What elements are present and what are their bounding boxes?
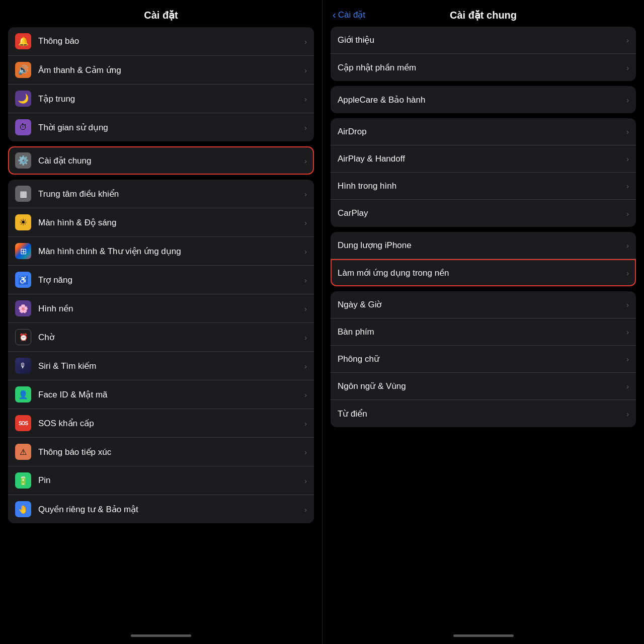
sidebar-item-thoi-gian[interactable]: ⏱ Thời gian sử dụng › [8, 113, 314, 141]
chevron-icon: › [304, 276, 307, 284]
hinh-nen-label: Hình nền [38, 303, 304, 314]
right-item-ngay-gio[interactable]: Ngày & Giờ › [331, 291, 636, 318]
sidebar-item-siri[interactable]: 🎙 Siri & Tìm kiếm › [8, 352, 314, 380]
right-item-applecare[interactable]: AppleCare & Bảo hành › [331, 86, 636, 113]
ban-phim-label: Bàn phím [338, 327, 626, 337]
sidebar-item-tap-trung[interactable]: 🌙 Tập trung › [8, 85, 314, 113]
pin-icon: 🔋 [15, 472, 31, 489]
chevron-icon: › [626, 269, 629, 277]
right-group-3: AirDrop › AirPlay & Handoff › Hình trong… [331, 118, 636, 227]
sidebar-item-thong-bao[interactable]: 🔔 Thông báo › [8, 27, 314, 56]
chevron-icon: › [626, 241, 629, 250]
hinh-trong-hinh-label: Hình trong hình [338, 181, 626, 191]
chevron-icon: › [626, 382, 629, 390]
chevron-icon: › [626, 300, 629, 309]
am-thanh-icon: 🔊 [15, 62, 31, 78]
right-item-hinh-trong-hinh[interactable]: Hình trong hình › [331, 173, 636, 200]
right-home-bar [453, 634, 514, 637]
right-item-ngon-ngu[interactable]: Ngôn ngữ & Vùng › [331, 373, 636, 400]
right-item-dung-luong[interactable]: Dung lượng iPhone › [331, 232, 636, 259]
chevron-icon: › [626, 96, 629, 104]
back-button[interactable]: ‹ Cài đặt [333, 9, 365, 21]
man-hinh-label: Màn hình & Độ sáng [38, 217, 304, 228]
right-item-gioi-thieu[interactable]: Giới thiệu › [331, 27, 636, 54]
cai-dat-chung-icon: ⚙️ [15, 152, 31, 169]
right-item-airdrop[interactable]: AirDrop › [331, 118, 636, 145]
lam-moi-label: Làm mới ứng dụng trong nền [338, 268, 626, 278]
sidebar-item-pin[interactable]: 🔋 Pin › [8, 466, 314, 495]
right-header: ‹ Cài đặt Cài đặt chung [323, 0, 644, 27]
back-label: Cài đặt [338, 10, 365, 20]
back-chevron-icon: ‹ [333, 9, 336, 21]
right-item-cap-nhat[interactable]: Cập nhật phần mềm › [331, 54, 636, 81]
gioi-thieu-label: Giới thiệu [338, 35, 626, 45]
sidebar-item-am-thanh[interactable]: 🔊 Âm thanh & Cảm ứng › [8, 56, 314, 85]
chevron-icon: › [304, 304, 307, 313]
sos-label: SOS khẩn cấp [38, 418, 304, 429]
chevron-icon: › [304, 476, 307, 485]
chevron-icon: › [626, 127, 629, 136]
ngon-ngu-label: Ngôn ngữ & Vùng [338, 381, 626, 391]
sidebar-item-tro-nang[interactable]: ♿ Trợ năng › [8, 266, 314, 294]
hinh-nen-icon: 🌸 [15, 300, 31, 316]
left-panel: Cài đặt 🔔 Thông báo › 🔊 Âm thanh & Cảm ứ… [0, 0, 322, 644]
cho-label: Chờ [38, 332, 304, 343]
thong-bao-tiep-xuc-label: Thông báo tiếp xúc [38, 447, 304, 457]
settings-group-2: ⚙️ Cài đặt chung › [8, 146, 314, 175]
chevron-icon: › [304, 95, 307, 103]
man-hinh-chinh-label: Màn hình chính & Thư viện ứng dụng [38, 246, 304, 257]
chevron-icon: › [626, 328, 629, 336]
right-item-lam-moi[interactable]: Làm mới ứng dụng trong nền › [331, 259, 636, 286]
right-settings-list: Giới thiệu › Cập nhật phần mềm › AppleCa… [323, 27, 644, 627]
right-panel: ‹ Cài đặt Cài đặt chung Giới thiệu › Cập… [322, 0, 644, 644]
chevron-icon: › [626, 209, 629, 218]
sos-icon: SOS [15, 415, 31, 431]
chevron-icon: › [626, 154, 629, 163]
applecare-label: AppleCare & Bảo hành [338, 95, 626, 105]
right-item-ban-phim[interactable]: Bàn phím › [331, 318, 636, 346]
left-settings-list: 🔔 Thông báo › 🔊 Âm thanh & Cảm ứng › 🌙 T… [0, 27, 322, 627]
cai-dat-chung-label: Cài đặt chung [38, 155, 304, 166]
sidebar-item-quyen-rieng-tu[interactable]: 🤚 Quyền riêng tư & Bảo mật › [8, 495, 314, 523]
chevron-icon: › [304, 448, 307, 456]
trung-tam-icon: ▦ [15, 186, 31, 202]
sidebar-item-hinh-nen[interactable]: 🌸 Hình nền › [8, 294, 314, 323]
right-item-carplay[interactable]: CarPlay › [331, 200, 636, 227]
sidebar-item-trung-tam[interactable]: ▦ Trung tâm điều khiển › [8, 180, 314, 208]
trung-tam-label: Trung tâm điều khiển [38, 189, 304, 199]
sidebar-item-sos[interactable]: SOS SOS khẩn cấp › [8, 409, 314, 438]
thoi-gian-icon: ⏱ [15, 119, 31, 135]
sidebar-item-face-id[interactable]: 👤 Face ID & Mật mã › [8, 380, 314, 409]
sidebar-item-cai-dat-chung[interactable]: ⚙️ Cài đặt chung › [8, 146, 314, 175]
chevron-icon: › [626, 63, 629, 72]
chevron-icon: › [626, 182, 629, 190]
tap-trung-label: Tập trung [38, 94, 304, 104]
left-home-bar [131, 634, 191, 637]
phong-chu-label: Phông chữ [338, 354, 626, 364]
right-item-tu-dien[interactable]: Từ điển › [331, 400, 636, 427]
chevron-icon: › [626, 355, 629, 363]
right-item-phong-chu[interactable]: Phông chữ › [331, 346, 636, 373]
tro-nang-label: Trợ năng [38, 275, 304, 285]
dung-luong-label: Dung lượng iPhone [338, 240, 626, 251]
chevron-icon: › [304, 37, 307, 46]
chevron-icon: › [304, 390, 307, 399]
face-id-icon: 👤 [15, 386, 31, 403]
man-hinh-icon: ☀ [15, 214, 31, 230]
sidebar-item-cho[interactable]: ⏰ Chờ › [8, 323, 314, 352]
settings-group-3: ▦ Trung tâm điều khiển › ☀ Màn hình & Độ… [8, 180, 314, 523]
chevron-icon: › [304, 333, 307, 342]
sidebar-item-thong-bao-tiep-xuc[interactable]: ⚠ Thông báo tiếp xúc › [8, 438, 314, 466]
chevron-icon: › [304, 190, 307, 198]
chevron-icon: › [304, 362, 307, 370]
cap-nhat-label: Cập nhật phần mềm [338, 62, 626, 73]
chevron-icon: › [304, 247, 307, 256]
thong-bao-tiep-xuc-icon: ⚠ [15, 444, 31, 460]
left-home-indicator [0, 627, 322, 644]
sidebar-item-man-hinh[interactable]: ☀ Màn hình & Độ sáng › [8, 208, 314, 237]
right-item-airplay[interactable]: AirPlay & Handoff › [331, 145, 636, 173]
sidebar-item-man-hinh-chinh[interactable]: ⊞ Màn hình chính & Thư viện ứng dụng › [8, 237, 314, 266]
airdrop-label: AirDrop [338, 127, 626, 137]
right-group-2: AppleCare & Bảo hành › [331, 86, 636, 113]
right-group-1: Giới thiệu › Cập nhật phần mềm › [331, 27, 636, 81]
